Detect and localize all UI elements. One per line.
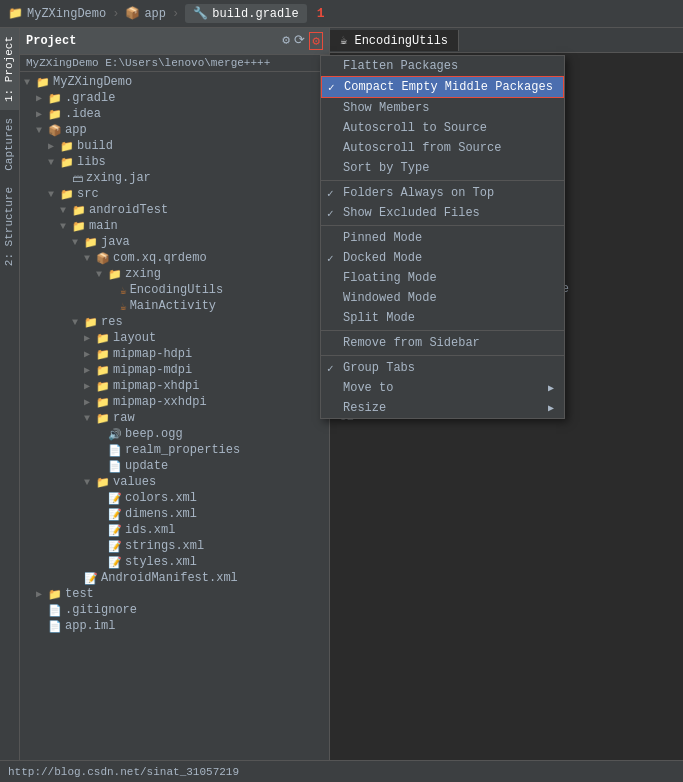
tree-item[interactable]: ▼ 📁 values: [20, 474, 329, 490]
menu-item-label: Folders Always on Top: [343, 186, 494, 200]
tree-file-icon: 🗃: [72, 172, 83, 185]
tree-item[interactable]: 📝 strings.xml: [20, 538, 329, 554]
menu-item-pinned-mode[interactable]: Pinned Mode: [321, 228, 564, 248]
editor-tab-encoding[interactable]: ☕ EncodingUtils: [330, 30, 459, 51]
tree-arrow: ▼: [72, 317, 84, 328]
notification-badge: 1: [317, 6, 325, 21]
tree-file-icon: 📄: [108, 444, 122, 457]
tree-item-label: values: [113, 475, 156, 489]
tree-item[interactable]: ▼ 📦 app: [20, 122, 329, 138]
tree-item[interactable]: 🗃 zxing.jar: [20, 170, 329, 186]
tree-item-label: main: [89, 219, 118, 233]
menu-item-compact-empty-middle-packages[interactable]: Compact Empty Middle Packages: [321, 76, 564, 98]
tree-item[interactable]: ▶ 📁 layout: [20, 330, 329, 346]
tree-file-icon: 📄: [108, 460, 122, 473]
menu-item-windowed-mode[interactable]: Windowed Mode: [321, 288, 564, 308]
menu-item-flatten-packages[interactable]: Flatten Packages: [321, 56, 564, 76]
tree-item-label: zxing.jar: [86, 171, 151, 185]
tree-item[interactable]: ▶ 📁 mipmap-hdpi: [20, 346, 329, 362]
menu-item-docked-mode[interactable]: Docked Mode: [321, 248, 564, 268]
tree-item[interactable]: ☕ MainActivity: [20, 298, 329, 314]
menu-item-show-excluded-files[interactable]: Show Excluded Files: [321, 203, 564, 223]
file-tab[interactable]: 🔧 build.gradle: [185, 4, 306, 23]
tree-item-label: test: [65, 587, 94, 601]
menu-item-folders-always-on-top[interactable]: Folders Always on Top: [321, 183, 564, 203]
menu-item-move-to[interactable]: Move to▶: [321, 378, 564, 398]
menu-item-remove-from-sidebar[interactable]: Remove from Sidebar: [321, 333, 564, 353]
settings-icon[interactable]: ⚙: [282, 32, 290, 50]
tree-file-icon: 📁: [108, 268, 122, 281]
sidebar-item-project[interactable]: 1: Project: [0, 28, 19, 110]
menu-item-show-members[interactable]: Show Members: [321, 98, 564, 118]
tree-item[interactable]: 📄 realm_properties: [20, 442, 329, 458]
tree-item[interactable]: ▼ 📁 raw: [20, 410, 329, 426]
tree-item[interactable]: 📄 app.iml: [20, 618, 329, 634]
sync-icon[interactable]: ⟳: [294, 32, 305, 50]
tree-item[interactable]: ▶ 📁 build: [20, 138, 329, 154]
tree-item-label: beep.ogg: [125, 427, 183, 441]
tree-item[interactable]: ▼ 📁 res: [20, 314, 329, 330]
menu-separator: [321, 180, 564, 181]
tree-arrow: ▼: [84, 253, 96, 264]
tree-item[interactable]: ▶ 📁 mipmap-xhdpi: [20, 378, 329, 394]
tree-item-label: java: [101, 235, 130, 249]
tree-file-icon: 📝: [108, 492, 122, 505]
sidebar-item-structure[interactable]: 2: Structure: [0, 179, 19, 274]
menu-item-sort-by-type[interactable]: Sort by Type: [321, 158, 564, 178]
tree-item[interactable]: ▼ 📁 MyZXingDemo: [20, 74, 329, 90]
tree-item[interactable]: ▶ 📁 mipmap-xxhdpi: [20, 394, 329, 410]
tree-item[interactable]: 📝 ids.xml: [20, 522, 329, 538]
tree-item-label: app.iml: [65, 619, 115, 633]
tree-arrow: ▶: [36, 588, 48, 600]
tree-item[interactable]: ▼ 📦 com.xq.qrdemo: [20, 250, 329, 266]
panel-icons: ⚙ ⟳ ⚙: [282, 32, 323, 50]
menu-item-floating-mode[interactable]: Floating Mode: [321, 268, 564, 288]
tree-item[interactable]: ▶ 📁 .idea: [20, 106, 329, 122]
tree-item-label: dimens.xml: [125, 507, 197, 521]
menu-item-label: Resize: [343, 401, 386, 415]
tree-item[interactable]: 📄 update: [20, 458, 329, 474]
tree-file-icon: 🔊: [108, 428, 122, 441]
menu-item-label: Remove from Sidebar: [343, 336, 480, 350]
menu-item-autoscroll-to-source[interactable]: Autoscroll to Source: [321, 118, 564, 138]
menu-item-autoscroll-from-source[interactable]: Autoscroll from Source: [321, 138, 564, 158]
tree-file-icon: 📝: [84, 572, 98, 585]
menu-item-split-mode[interactable]: Split Mode: [321, 308, 564, 328]
tree-arrow: ▶: [84, 380, 96, 392]
tree-arrow: ▶: [36, 108, 48, 120]
sidebar-item-captures[interactable]: Captures: [0, 110, 19, 179]
module-icon: 📦: [125, 6, 140, 21]
tree-item[interactable]: ▶ 📁 .gradle: [20, 90, 329, 106]
tree-item[interactable]: ▼ 📁 zxing: [20, 266, 329, 282]
tree-item[interactable]: 📝 AndroidManifest.xml: [20, 570, 329, 586]
tree-item[interactable]: ▼ 📁 androidTest: [20, 202, 329, 218]
tree-item[interactable]: ▶ 📁 mipmap-mdpi: [20, 362, 329, 378]
tree-item-label: src: [77, 187, 99, 201]
tree-item[interactable]: 📄 .gitignore: [20, 602, 329, 618]
tree-file-icon: 📝: [108, 508, 122, 521]
tree-item[interactable]: 🔊 beep.ogg: [20, 426, 329, 442]
menu-item-group-tabs[interactable]: Group Tabs: [321, 358, 564, 378]
tree-item[interactable]: ▶ 📁 test: [20, 586, 329, 602]
tree-arrow: ▼: [48, 157, 60, 168]
tree-item[interactable]: ▼ 📁 src: [20, 186, 329, 202]
submenu-arrow-icon: ▶: [548, 402, 554, 414]
tree-item[interactable]: 📝 colors.xml: [20, 490, 329, 506]
menu-item-label: Compact Empty Middle Packages: [344, 80, 553, 94]
tree-item[interactable]: ▼ 📁 main: [20, 218, 329, 234]
tree-item[interactable]: ▼ 📁 java: [20, 234, 329, 250]
menu-item-label: Sort by Type: [343, 161, 429, 175]
tree-file-icon: 📁: [48, 588, 62, 601]
tree-item[interactable]: ☕ EncodingUtils: [20, 282, 329, 298]
menu-item-resize[interactable]: Resize▶: [321, 398, 564, 418]
tree-item[interactable]: 📝 styles.xml: [20, 554, 329, 570]
tree-item[interactable]: ▼ 📁 libs: [20, 154, 329, 170]
tree-item-label: layout: [113, 331, 156, 345]
tree-item-label: styles.xml: [125, 555, 197, 569]
menu-item-label: Group Tabs: [343, 361, 415, 375]
tree-file-icon: 📦: [96, 252, 110, 265]
tree-item-label: colors.xml: [125, 491, 197, 505]
tree-item[interactable]: 📝 dimens.xml: [20, 506, 329, 522]
menu-item-label: Show Excluded Files: [343, 206, 480, 220]
gear-icon[interactable]: ⚙: [309, 32, 323, 50]
